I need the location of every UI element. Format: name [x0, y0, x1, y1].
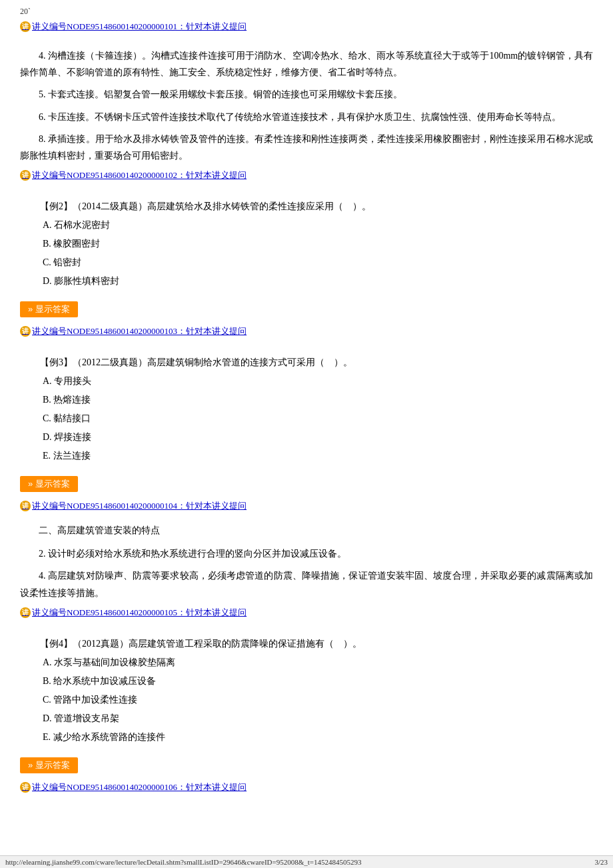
lecture-link-5[interactable]: 讲 讲义编号NODE95148600140200000105：针对本讲义提问 [20, 607, 593, 619]
link-icon-4: 讲 [20, 501, 31, 511]
example-2-option-d: D. 膨胀性填料密封 [40, 272, 593, 291]
paragraph-2: 5. 卡套式连接。铝塑复合管一般采用螺纹卡套压接。铜管的连接也可采用螺纹卡套压接… [20, 86, 593, 103]
link-5-text: 讲义编号NODE95148600140200000105：针对本讲义提问 [32, 607, 247, 619]
link-icon-2: 讲 [20, 170, 31, 181]
lecture-link-1[interactable]: 讲 讲义编号NODE95148600140200000101：针对本讲义提问 [20, 21, 593, 33]
paragraph-6: 4. 高层建筑对防噪声、防震等要求较高，必须考虑管道的防震、降噪措施，保证管道安… [20, 567, 593, 601]
example-4-option-d: D. 管道增设支吊架 [40, 709, 593, 728]
link-icon-1: 讲 [20, 21, 31, 32]
link-icon-5: 讲 [20, 607, 31, 618]
example-3-option-b: B. 热熔连接 [40, 391, 593, 409]
show-answer-btn-2[interactable]: 显示答案 [20, 301, 78, 317]
example-2-option-c: C. 铅密封 [40, 253, 593, 272]
footer-page: 3/23 [594, 858, 608, 866]
example-2-option-b: B. 橡胶圈密封 [40, 235, 593, 253]
lecture-link-2[interactable]: 讲 讲义编号NODE95148600140200000102：针对本讲义提问 [20, 169, 593, 181]
lecture-link-3[interactable]: 讲 讲义编号NODE95148600140200000103：针对本讲义提问 [20, 325, 593, 337]
link-4-text: 讲义编号NODE95148600140200000104：针对本讲义提问 [32, 500, 247, 512]
example-2-title: 【例2】（2014二级真题）高层建筑给水及排水铸铁管的柔性连接应采用（ ）。 [40, 197, 593, 216]
example-4-option-e: E. 减少给水系统管路的连接件 [40, 728, 593, 747]
lecture-link-4[interactable]: 讲 讲义编号NODE95148600140200000104：针对本讲义提问 [20, 500, 593, 512]
example-3-option-c: C. 黏结接口 [40, 409, 593, 428]
link-3-text: 讲义编号NODE95148600140200000103：针对本讲义提问 [32, 325, 247, 337]
paragraph-1: 4. 沟槽连接（卡箍连接）。沟槽式连接件连接可用于消防水、空调冷热水、给水、雨水… [20, 47, 593, 81]
link-1-text: 讲义编号NODE95148600140200000101：针对本讲义提问 [32, 21, 247, 33]
footer-url: http://elearning.jianshe99.com/cware/lec… [5, 858, 362, 866]
link-icon-3: 讲 [20, 326, 31, 337]
example-4-option-c: C. 管路中加设柔性连接 [40, 691, 593, 709]
link-icon-6: 讲 [20, 782, 31, 793]
example-3-block: 【例3】（2012二级真题）高层建筑铜制给水管道的连接方式可采用（ ）。 A. … [40, 353, 593, 465]
show-answer-btn-4[interactable]: 显示答案 [20, 757, 78, 773]
example-3-option-d: D. 焊接连接 [40, 428, 593, 447]
example-4-option-b: B. 给水系统中加设减压设备 [40, 672, 593, 691]
example-2-block: 【例2】（2014二级真题）高层建筑给水及排水铸铁管的柔性连接应采用（ ）。 A… [40, 197, 593, 291]
paragraph-3: 6. 卡压连接。不锈钢卡压式管件连接技术取代了传统给水管道连接技术，具有保护水质… [20, 109, 593, 125]
example-3-title: 【例3】（2012二级真题）高层建筑铜制给水管道的连接方式可采用（ ）。 [40, 353, 593, 372]
show-answer-btn-3[interactable]: 显示答案 [20, 476, 78, 492]
example-2-option-a: A. 石棉水泥密封 [40, 216, 593, 235]
example-4-title: 【例4】（2012真题）高层建筑管道工程采取的防震降噪的保证措施有（ ）。 [40, 635, 593, 653]
link-6-text: 讲义编号NODE95148600140200000106：针对本讲义提问 [32, 781, 247, 793]
paragraph-5: 2. 设计时必须对给水系统和热水系统进行合理的竖向分区并加设减压设备。 [20, 545, 593, 562]
page-number-top: 20` [20, 7, 593, 17]
paragraph-4: 8. 承插连接。用于给水及排水铸铁管及管件的连接。有柔性连接和刚性连接两类，柔性… [20, 131, 593, 164]
section-title: 二、高层建筑管道安装的特点 [20, 521, 593, 540]
example-3-option-a: A. 专用接头 [40, 372, 593, 391]
lecture-link-6[interactable]: 讲 讲义编号NODE95148600140200000106：针对本讲义提问 [20, 781, 593, 793]
link-2-text: 讲义编号NODE95148600140200000102：针对本讲义提问 [32, 169, 247, 181]
example-3-option-e: E. 法兰连接 [40, 447, 593, 465]
example-4-option-a: A. 水泵与基础间加设橡胶垫隔离 [40, 653, 593, 672]
footer-bar: http://elearning.jianshe99.com/cware/lec… [0, 855, 613, 868]
example-4-block: 【例4】（2012真题）高层建筑管道工程采取的防震降噪的保证措施有（ ）。 A.… [40, 635, 593, 747]
